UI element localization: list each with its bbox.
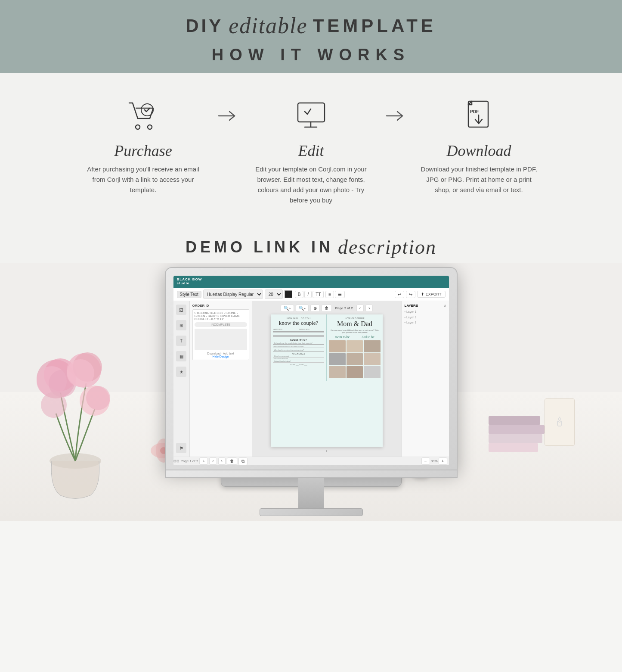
cart-icon [125,98,161,134]
prev-bottom[interactable]: ‹ [209,457,217,465]
export-button[interactable]: ⬆ EXPORT [417,291,446,298]
design-label: Download · Add text [195,352,247,355]
status-bar: ⊞⊞ Page 1 of 2 + ‹ › 🗑 ⧉ − 33% + [173,457,449,465]
monitor-outer: BLACK BOW studio Style Text Huertas Disp… [165,267,458,470]
guess-who-text: GUESS WHO? [273,339,324,341]
add-page-btn[interactable]: + [199,457,208,465]
purchase-desc: After purchasing you'll receive an email… [83,164,204,195]
zoom-controls[interactable]: − 33% + [421,457,447,465]
page-indicator: Page 2 of 2 [335,306,353,310]
monitor-screen: BLACK BOW studio Style Text Huertas Disp… [173,276,449,465]
answer-lines-left: NAME MRS. RANGE MRS. [273,328,324,337]
page-nav-bottom[interactable]: ⊞⊞ Page 1 of 2 + ‹ › 🗑 ⧉ [173,457,248,465]
delete-tool[interactable]: 🗑 [322,305,332,312]
candle-body: 🕯 [545,398,575,446]
corjl-left-panel: ORDER ID STO-ORD-TD-B1121 - STONE - GREE… [190,301,252,457]
copy-page[interactable]: ⧉ [238,457,248,465]
upload-icon: ⬆ [421,292,424,296]
monitor-chin [165,470,458,478]
next-page[interactable]: › [365,305,373,312]
layer-item-1[interactable]: ▪ Layer 1 [405,309,446,315]
undo-button[interactable]: ↩ [395,291,404,298]
step-download: PDF Download Download your finished temp… [410,94,548,195]
arrow-2 [380,94,410,124]
grid-view[interactable]: ⊞⊞ [173,459,179,463]
candle-decoration: 🕯 [545,398,575,446]
font-size-selector[interactable]: 20 [265,289,283,299]
elements-tool[interactable]: ★ [176,367,186,377]
layers-label: LAYERS [405,304,418,308]
page-controls[interactable]: 🔍+ 🔍- ⊕ 🗑 Page 2 of 2 ‹ › [281,305,373,312]
fill-blank-lines: • Did you know some couple • Find out wh… [273,355,324,366]
layer-item-3[interactable]: ▪ Layer 3 [405,320,446,326]
arrow-1 [212,94,242,124]
svg-point-1 [148,125,152,129]
report-tool[interactable]: ⚑ [176,443,186,453]
color-picker[interactable] [285,290,292,298]
copy-tool[interactable]: ⊕ [310,305,320,312]
corjl-body: 🖼 ⊞ T ▦ ★ ⚑ ORDER ID [173,301,449,457]
page-bottom-label: Page 1 of 2 [181,459,198,463]
design-canvas[interactable]: HOW WELL DO YOU know the couple? NAME MR… [271,314,383,447]
desktop-scene: BLACK BOW studio Style Text Huertas Disp… [0,263,622,521]
italic-button[interactable]: I [304,291,312,298]
canvas-left-col: HOW WELL DO YOU know the couple? NAME MR… [271,314,327,381]
download-desc: Download your finished template in PDF, … [419,164,539,195]
images-tool[interactable]: 🖼 [176,305,186,315]
zoom-minus-btn[interactable]: − [421,457,430,465]
next-bottom[interactable]: › [218,457,226,465]
zoom-out[interactable]: 🔍- [296,305,308,312]
hide-design-link[interactable]: Hide Design [195,355,247,358]
photo-7 [329,366,346,378]
fill-blank-label: Fill In The Blank [273,353,324,355]
corjl-top-nav[interactable]: Style Text Huertas Display Regular 20 B … [173,288,449,301]
style-text-button[interactable]: Style Text [177,291,201,298]
order-id-label: ORDER ID [192,304,249,308]
corjl-sidebar[interactable]: 🖼 ⊞ T ▦ ★ ⚑ [173,301,190,457]
canvas-content: HOW WELL DO YOU know the couple? NAME MR… [271,314,383,447]
edit-title: Edit [251,142,371,160]
monitor-icon [293,98,329,134]
layer-item-2[interactable]: ▪ Layer 2 [405,315,446,320]
delete-page[interactable]: 🗑 [227,457,237,465]
product-name: STO-ORD-TD-B1121 - STONE - GREEN - BABY … [195,311,247,320]
book-2 [489,425,545,434]
flowers-left-svg [0,271,151,521]
svg-point-0 [136,125,140,129]
bold-button[interactable]: B [295,291,304,298]
edit-desc: Edit your template on Corjl.com in your … [251,164,371,205]
editable-text: editable [229,13,308,38]
svg-point-24 [41,392,67,418]
text-tool[interactable]: T [176,336,186,346]
layers-list: ▪ Layer 1 ▪ Layer 2 ▪ Layer 3 [405,309,446,326]
layers-tool[interactable]: ⊞ [176,320,186,330]
photo-8 [347,366,363,378]
tt-button[interactable]: TT [313,291,324,298]
arrow-right-icon-2 [384,107,406,124]
download-title: Download [419,142,539,160]
layers-panel: LAYERS ∧ ▪ Layer 1 ▪ Layer 2 ▪ Layer 3 [402,301,449,457]
zoom-level: 33% [431,459,438,463]
header-section: DIY editable TEMPLATE HOW IT WORKS [0,0,622,73]
zoom-tools[interactable]: 🔍+ [281,305,294,312]
align-left-button[interactable]: ≡ [325,291,334,298]
layers-header: LAYERS ∧ [405,304,446,308]
mom-dad-text: Mom & Dad [329,320,381,328]
list-button[interactable]: ☰ [335,291,345,298]
photo-1 [329,340,346,352]
layers-collapse[interactable]: ∧ [444,304,446,308]
font-selector[interactable]: Huertas Display Regular [203,289,263,299]
book-3 [489,434,542,443]
photo-instruction: Can you guess how old Mom & Dad were in … [329,329,381,333]
step-edit: Edit Edit your template on Corjl.com in … [242,94,380,205]
purchase-title: Purchase [83,142,204,160]
redo-button[interactable]: ↪ [406,291,415,298]
diy-text: DIY [186,16,223,36]
corjl-canvas-area[interactable]: 🔍+ 🔍- ⊕ 🗑 Page 2 of 2 ‹ › [252,301,402,457]
background-tool[interactable]: ▦ [176,351,186,361]
prev-page[interactable]: ‹ [356,305,364,312]
demo-main-text: DEMO LINK IN [186,238,334,256]
zoom-plus-btn[interactable]: + [439,457,447,465]
photo-2 [347,340,363,352]
canvas-right-col: HOW OLD WERE Mom & Dad Can you guess how… [327,314,383,381]
